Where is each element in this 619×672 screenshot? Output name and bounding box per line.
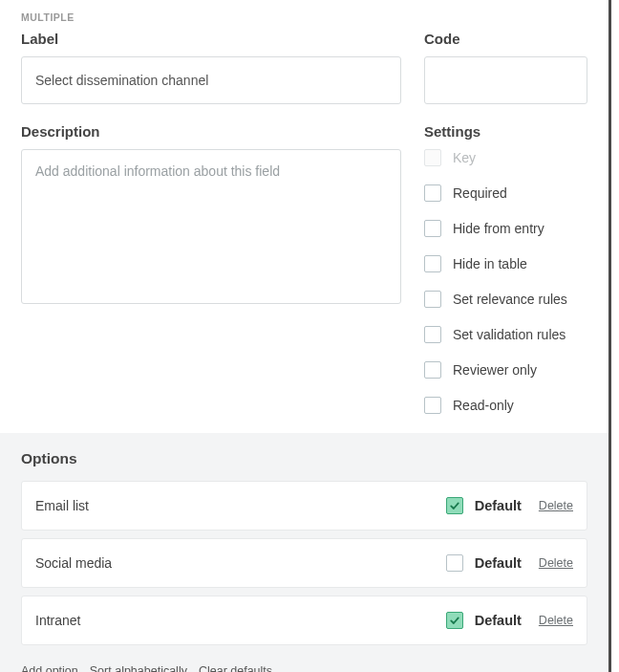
- options-heading: Options: [21, 450, 587, 467]
- setting-checkbox[interactable]: [424, 220, 441, 237]
- option-delete-button[interactable]: Delete: [539, 614, 573, 627]
- setting-checkbox[interactable]: [424, 255, 441, 272]
- option-default-label: Default: [475, 555, 522, 571]
- option-default-label: Default: [475, 498, 522, 513]
- option-row: Email listDefaultDelete: [21, 481, 587, 531]
- option-delete-button[interactable]: Delete: [539, 499, 573, 512]
- setting-item: Set validation rules: [424, 326, 587, 343]
- option-delete-button[interactable]: Delete: [539, 556, 573, 570]
- clear-defaults-button[interactable]: Clear defaults: [199, 664, 272, 672]
- setting-item: Hide from entry: [424, 220, 587, 237]
- setting-checkbox[interactable]: [424, 326, 441, 343]
- setting-item: Key: [424, 149, 587, 166]
- setting-label: Required: [453, 185, 507, 201]
- setting-label: Set validation rules: [453, 327, 566, 342]
- setting-checkbox[interactable]: [424, 397, 441, 414]
- option-default-label: Default: [475, 613, 522, 628]
- settings-heading: Settings: [424, 123, 587, 140]
- description-textarea[interactable]: [21, 149, 401, 304]
- sort-alphabetically-button[interactable]: Sort alphabetically: [90, 664, 187, 672]
- setting-item: Required: [424, 184, 587, 202]
- option-label: Intranet: [35, 613, 446, 628]
- option-row: IntranetDefaultDelete: [21, 596, 587, 645]
- setting-checkbox[interactable]: [424, 184, 441, 202]
- setting-item: Read-only: [424, 397, 587, 414]
- option-default-checkbox[interactable]: [446, 497, 463, 514]
- setting-label: Read-only: [453, 398, 514, 413]
- setting-item: Hide in table: [424, 255, 587, 272]
- field-type-badge: MULTIPLE: [21, 11, 587, 23]
- setting-item: Reviewer only: [424, 361, 587, 379]
- option-label: Email list: [35, 498, 446, 513]
- setting-label: Hide from entry: [453, 221, 544, 236]
- option-default-checkbox[interactable]: [446, 554, 463, 572]
- code-input[interactable]: [424, 56, 587, 104]
- option-label: Social media: [35, 555, 446, 571]
- add-option-button[interactable]: Add option: [21, 664, 78, 672]
- description-heading: Description: [21, 123, 401, 140]
- setting-checkbox[interactable]: [424, 361, 441, 379]
- option-default-checkbox[interactable]: [446, 612, 463, 629]
- code-heading: Code: [424, 31, 587, 47]
- label-input[interactable]: [21, 56, 401, 104]
- setting-item: Set relevance rules: [424, 291, 587, 308]
- option-row: Social mediaDefaultDelete: [21, 538, 587, 588]
- setting-checkbox[interactable]: [424, 291, 441, 308]
- label-heading: Label: [21, 31, 401, 47]
- setting-label: Hide in table: [453, 256, 527, 271]
- setting-label: Set relevance rules: [453, 292, 567, 307]
- setting-label: Key: [453, 150, 476, 165]
- setting-checkbox: [424, 149, 441, 166]
- setting-label: Reviewer only: [453, 362, 537, 378]
